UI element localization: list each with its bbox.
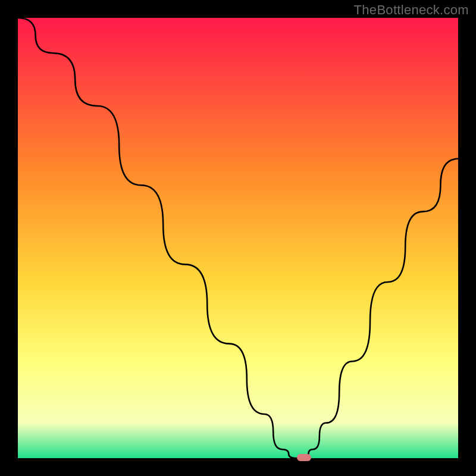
gradient-background [18,18,458,458]
chart-plot [0,0,476,476]
chart-frame: TheBottleneck.com [0,0,476,476]
watermark-text: TheBottleneck.com [354,2,469,18]
optimal-marker [297,454,311,461]
